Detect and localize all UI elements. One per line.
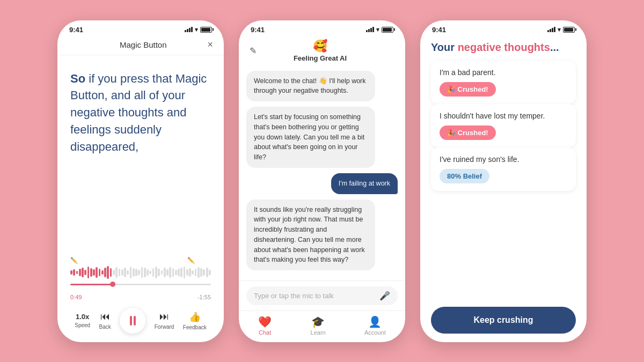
text-so: So bbox=[70, 72, 85, 85]
thought-text-2: I've ruined my son's life. bbox=[440, 155, 567, 164]
nav-item-account[interactable]: 👤Account bbox=[364, 315, 386, 336]
battery-icon-3 bbox=[563, 27, 575, 33]
magic-button-title: Magic Button bbox=[120, 40, 167, 49]
status-icons-3: ▾ bbox=[547, 26, 575, 33]
pencil-left-icon: ✏️ bbox=[70, 257, 78, 264]
negative-thoughts-title: Your negative thoughts... bbox=[431, 40, 576, 54]
speed-label: Speed bbox=[75, 322, 90, 328]
chat-header: ✎ 🥰 Feeling Great AI bbox=[239, 36, 405, 67]
back-control[interactable]: ⏮ Back bbox=[99, 311, 111, 330]
thought-text-0: I'm a bad parent. bbox=[440, 68, 567, 77]
thought-card-0: I'm a bad parent.🎉 Crushed! bbox=[431, 61, 576, 104]
chat-messages: Welcome to the chat! 👋 I'll help work th… bbox=[239, 67, 405, 280]
user-message: I'm failing at work bbox=[331, 173, 398, 194]
status-time-1: 9:41 bbox=[69, 26, 83, 34]
wifi-icon-2: ▾ bbox=[376, 26, 379, 33]
edit-icon[interactable]: ✎ bbox=[250, 46, 257, 56]
audio-time-current: 0:49 bbox=[70, 294, 82, 300]
phone1-header: Magic Button × bbox=[57, 36, 224, 55]
keep-crushing-button[interactable]: Keep crushing bbox=[431, 307, 576, 334]
thought-badge-0[interactable]: 🎉 Crushed! bbox=[440, 82, 496, 97]
phone-negative-thoughts: 9:41 ▾ Your negative thoughts... I'm a b… bbox=[420, 20, 587, 342]
wifi-icon-3: ▾ bbox=[558, 26, 561, 33]
nav-icon-learn: 🎓 bbox=[311, 315, 325, 328]
pause-icon bbox=[130, 316, 136, 326]
audio-progress-fill bbox=[70, 284, 113, 285]
ai-message: Welcome to the chat! 👋 I'll help work th… bbox=[246, 71, 375, 102]
chat-input-placeholder: Type or tap the mic to talk bbox=[254, 292, 375, 300]
signal-icon-2 bbox=[366, 27, 374, 32]
nav-item-learn[interactable]: 🎓Learn bbox=[311, 315, 326, 336]
audio-progress-thumb[interactable] bbox=[110, 282, 115, 287]
ai-name: Feeling Great AI bbox=[294, 54, 347, 62]
close-button[interactable]: × bbox=[207, 39, 213, 50]
phone3-main: Your negative thoughts... I'm a bad pare… bbox=[420, 36, 587, 342]
feedback-control[interactable]: 👍 Feedback bbox=[183, 311, 207, 330]
status-bar-1: 9:41 ▾ bbox=[57, 20, 224, 36]
nav-label-account: Account bbox=[364, 329, 386, 336]
play-pause-button[interactable] bbox=[120, 308, 145, 334]
chat-input-box[interactable]: Type or tap the mic to talk 🎤 bbox=[246, 286, 398, 305]
nav-item-chat[interactable]: ❤️Chat bbox=[258, 315, 272, 336]
title-pink: negative thoughts bbox=[458, 41, 550, 53]
feedback-icon: 👍 bbox=[189, 311, 201, 323]
audio-section: ✏️ ✏️ 0:49 -1:55 1.0x Speed ⏮ bbox=[70, 264, 211, 334]
audio-progress-bar[interactable] bbox=[70, 284, 211, 285]
ai-avatar: 🥰 bbox=[313, 39, 327, 53]
battery-icon-1 bbox=[200, 27, 212, 33]
feedback-label: Feedback bbox=[183, 324, 207, 330]
status-bar-2: 9:41 ▾ bbox=[239, 20, 405, 36]
phone-chat: 9:41 ▾ ✎ 🥰 Feeling Great AI Welcome to t… bbox=[239, 20, 405, 342]
thought-cards-container: I'm a bad parent.🎉 Crushed!I shouldn't h… bbox=[431, 61, 576, 191]
audio-time-remaining: -1:55 bbox=[197, 294, 211, 300]
back-icon: ⏮ bbox=[100, 311, 110, 322]
audio-time-row: 0:49 -1:55 bbox=[70, 294, 211, 300]
forward-control[interactable]: ⏭ Forward bbox=[155, 311, 174, 330]
nav-icon-chat: ❤️ bbox=[258, 315, 272, 328]
nav-label-chat: Chat bbox=[259, 329, 271, 336]
speed-control[interactable]: 1.0x Speed bbox=[75, 313, 90, 328]
phone1-main-content: So if you press that Magic Button, and a… bbox=[57, 55, 224, 342]
status-bar-3: 9:41 ▾ bbox=[420, 20, 587, 36]
signal-icon-1 bbox=[185, 27, 193, 32]
thought-badge-1[interactable]: 🎉 Crushed! bbox=[440, 125, 496, 140]
title-normal: Your bbox=[431, 41, 458, 53]
speed-value: 1.0x bbox=[76, 313, 89, 321]
phone1-text: So if you press that Magic Button, and a… bbox=[70, 70, 211, 156]
chat-input-area: Type or tap the mic to talk 🎤 bbox=[239, 280, 405, 311]
signal-icon-3 bbox=[547, 27, 555, 32]
status-icons-2: ▾ bbox=[366, 26, 393, 33]
status-icons-1: ▾ bbox=[185, 26, 212, 33]
ai-message: It sounds like you're really struggling … bbox=[246, 200, 375, 271]
bottom-nav: ❤️Chat🎓Learn👤Account bbox=[239, 311, 405, 342]
ai-info: 🥰 Feeling Great AI bbox=[294, 39, 347, 62]
nav-label-learn: Learn bbox=[311, 329, 326, 336]
text-body: if you press that Magic Button, and all … bbox=[70, 72, 207, 154]
audio-controls: 1.0x Speed ⏮ Back ⏭ Forward bbox=[70, 308, 211, 334]
thought-text-1: I shouldn't have lost my temper. bbox=[440, 112, 567, 120]
ai-message: Let's start by focusing on something tha… bbox=[246, 107, 375, 168]
forward-label: Forward bbox=[155, 324, 174, 330]
status-time-2: 9:41 bbox=[251, 26, 265, 34]
battery-icon-2 bbox=[382, 27, 393, 33]
pencil-right-icon: ✏️ bbox=[187, 257, 195, 264]
forward-icon: ⏭ bbox=[159, 311, 169, 322]
mic-button[interactable]: 🎤 bbox=[379, 291, 390, 301]
thought-card-1: I shouldn't have lost my temper.🎉 Crushe… bbox=[431, 104, 576, 147]
thought-badge-2: 80% Belief bbox=[440, 169, 489, 183]
status-time-3: 9:41 bbox=[432, 26, 446, 34]
phone-magic-button: 9:41 ▾ Magic Button × So if you press th… bbox=[57, 20, 224, 342]
back-label: Back bbox=[99, 324, 111, 330]
wifi-icon-1: ▾ bbox=[195, 26, 198, 33]
thought-card-2: I've ruined my son's life.80% Belief bbox=[431, 147, 576, 191]
nav-icon-account: 👤 bbox=[368, 315, 382, 328]
title-ellipsis: ... bbox=[550, 41, 559, 53]
audio-waveform[interactable] bbox=[70, 264, 211, 280]
